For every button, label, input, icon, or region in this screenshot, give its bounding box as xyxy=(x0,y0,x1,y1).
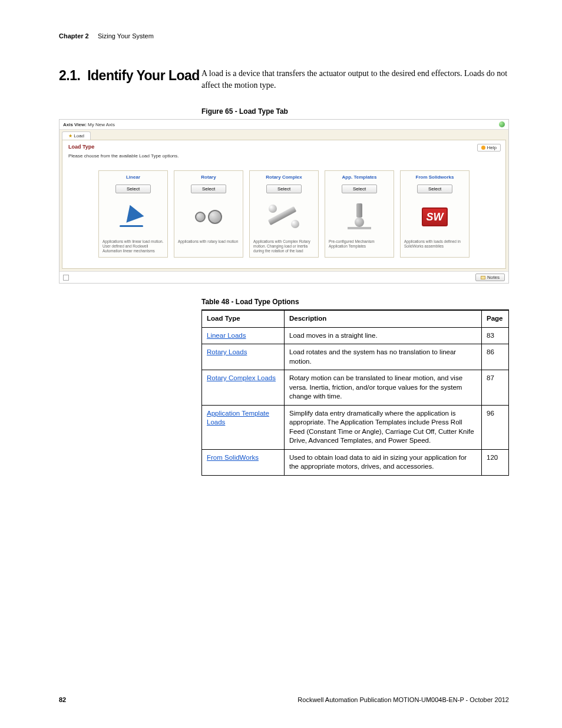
axis-view-value: My New Axis xyxy=(88,122,115,127)
table-row: Linear Loads Load moves in a straight li… xyxy=(202,327,509,344)
td-desc: Load rotates and the system has no trans… xyxy=(285,344,482,370)
table-caption: Table 48 - Load Type Options xyxy=(201,298,509,306)
tab-label: Load xyxy=(74,133,84,139)
tab-load[interactable]: ★ Load xyxy=(62,131,91,140)
td-page: 83 xyxy=(482,327,509,344)
td-desc: Rotary motion can be translated to linea… xyxy=(285,370,482,406)
section-heading: 2.1. Identify Your Load xyxy=(59,68,201,84)
table-header-row: Load Type Description Page xyxy=(202,310,509,327)
notes-button[interactable]: Notes xyxy=(475,274,505,281)
table-row: From SolidWorks Used to obtain load data… xyxy=(202,449,509,475)
select-button-app[interactable]: Select xyxy=(342,185,377,193)
help-button[interactable]: Help xyxy=(477,144,501,151)
card-solidworks: From Solidworks Select SW Applications w… xyxy=(400,170,470,258)
select-button-rotary[interactable]: Select xyxy=(191,185,226,193)
help-label: Help xyxy=(487,145,497,150)
load-type-screenshot: Axis View: My New Axis ★ Load Load Type … xyxy=(59,119,509,284)
card-desc-linear: Applications with linear load motion. Us… xyxy=(103,239,164,253)
page-footer: 82 Rockwell Automation Publication MOTIO… xyxy=(59,696,509,703)
chapter-label: Chapter 2 xyxy=(59,32,89,39)
card-desc-app: Pre-configured Mechanism Application Tem… xyxy=(329,239,390,253)
card-title-app: App. Templates xyxy=(342,174,377,180)
td-page: 120 xyxy=(482,449,509,475)
td-desc: Simplify data entry dramatically where t… xyxy=(285,405,482,449)
th-description: Description xyxy=(285,310,482,327)
page-number: 82 xyxy=(59,696,66,703)
select-button-sw[interactable]: Select xyxy=(417,185,452,193)
td-desc: Used to obtain load data to aid in sizin… xyxy=(285,449,482,475)
link-rotary-complex-loads[interactable]: Rotary Complex Loads xyxy=(207,374,276,381)
card-desc-rotcomp: Applications with Complex Rotary motion.… xyxy=(253,239,315,253)
link-from-solidworks[interactable]: From SolidWorks xyxy=(207,454,259,461)
link-linear-loads[interactable]: Linear Loads xyxy=(207,332,246,339)
notes-label: Notes xyxy=(487,275,500,280)
chapter-title: Sizing Your System xyxy=(98,32,154,39)
status-indicator-icon xyxy=(499,121,505,127)
star-icon: ★ xyxy=(68,133,72,139)
card-title-sw: From Solidworks xyxy=(416,174,454,180)
th-page: Page xyxy=(482,310,509,327)
bottom-bar: Notes xyxy=(59,271,508,283)
load-type-panel: Load Type Help Please choose from the av… xyxy=(62,140,506,269)
table-row: Application Template Loads Simplify data… xyxy=(202,405,509,449)
collapse-button[interactable] xyxy=(63,275,69,281)
panel-title: Load Type xyxy=(68,144,500,150)
publication-info: Rockwell Automation Publication MOTION-U… xyxy=(297,696,509,703)
card-rotary-complex: Rotary Complex Select Applications with … xyxy=(249,170,319,258)
help-icon xyxy=(481,146,485,150)
td-page: 96 xyxy=(482,405,509,449)
card-app-templates: App. Templates Select Pre-configured Mec… xyxy=(325,170,394,258)
select-button-rotcomp[interactable]: Select xyxy=(266,185,302,193)
figure-caption: Figure 65 - Load Type Tab xyxy=(201,107,509,116)
card-title-linear: Linear xyxy=(126,174,140,180)
tab-row: ★ Load xyxy=(59,130,508,140)
card-title-rotary: Rotary xyxy=(201,174,216,180)
card-desc-rotary: Applications with rotary load motion xyxy=(178,239,239,253)
link-application-template-loads[interactable]: Application Template Loads xyxy=(207,410,269,426)
card-linear: Linear Select Applications with linear l… xyxy=(98,170,168,258)
card-title-rotcomp: Rotary Complex xyxy=(266,174,302,180)
card-desc-sw: Applications with loads defined in Solid… xyxy=(404,239,465,253)
rotary-complex-icon xyxy=(266,199,302,235)
card-rotary: Rotary Select Applications with rotary l… xyxy=(174,170,243,258)
app-template-icon xyxy=(342,199,377,235)
table-row: Rotary Loads Load rotates and the system… xyxy=(202,344,509,370)
load-type-table: Load Type Description Page Linear Loads … xyxy=(201,309,509,476)
axis-view-label: Axis View: xyxy=(63,122,87,127)
card-container: Linear Select Applications with linear l… xyxy=(68,170,500,258)
td-desc: Load moves in a straight line. xyxy=(285,327,482,344)
td-page: 86 xyxy=(482,344,509,370)
axis-view-bar: Axis View: My New Axis xyxy=(59,120,508,130)
linear-motion-icon xyxy=(115,199,151,235)
table-row: Rotary Complex Loads Rotary motion can b… xyxy=(202,370,509,406)
section-intro: A load is a device that transfers the ac… xyxy=(201,68,509,91)
notes-icon xyxy=(481,276,485,279)
td-page: 87 xyxy=(482,370,509,406)
section-number: 2.1. xyxy=(59,68,80,83)
link-rotary-loads[interactable]: Rotary Loads xyxy=(207,348,247,355)
th-load-type: Load Type xyxy=(202,310,285,327)
select-button-linear[interactable]: Select xyxy=(115,185,151,193)
rotary-motion-icon xyxy=(191,199,226,235)
solidworks-icon: SW xyxy=(417,199,452,235)
section-title: Identify Your Load xyxy=(87,68,200,83)
panel-instruction: Please choose from the available Load Ty… xyxy=(68,153,500,159)
chapter-header: Chapter 2 Sizing Your System xyxy=(59,32,509,39)
